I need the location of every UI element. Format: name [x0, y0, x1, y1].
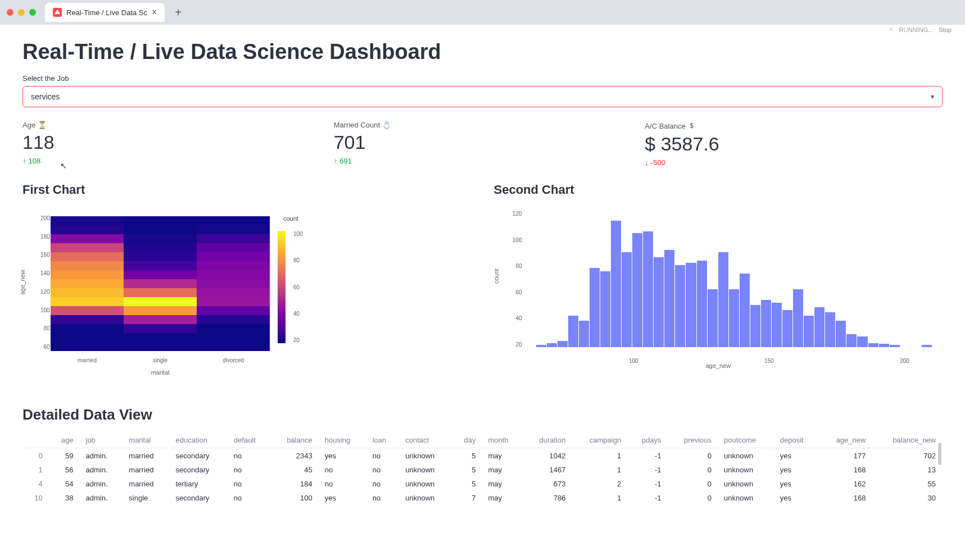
stop-button[interactable]: Stop — [939, 26, 952, 33]
histo-bars — [525, 211, 943, 348]
new-tab-button[interactable]: + — [175, 6, 182, 19]
histo-yticks: 20406080100120 — [511, 211, 522, 348]
heatmap-yticks: 2001801601401201008060 — [40, 215, 50, 350]
select-value: services — [31, 92, 60, 101]
metrics-row: Age ⏳ 118 ↑108 Married Count 💍 701 ↑691 … — [22, 121, 943, 167]
first-chart[interactable]: age_new 2001801601401201008060 count 100… — [22, 211, 472, 379]
select-label: Select the Job — [22, 74, 943, 83]
table-row[interactable]: 156admin.marriedsecondaryno45nonounknown… — [24, 463, 941, 476]
window-min-dot[interactable] — [18, 9, 25, 16]
table-row[interactable]: 1038admin.singlesecondaryno100yesnounkno… — [24, 491, 941, 504]
colorbar-labels: 10080604020 — [293, 231, 303, 343]
arrow-up-icon: ↑ — [334, 157, 338, 165]
histo-ylabel: count — [493, 268, 500, 284]
metric-married-value: 701 — [334, 131, 632, 153]
metric-married-label: Married Count — [334, 121, 380, 129]
hourglass-icon: ⏳ — [38, 121, 47, 129]
metric-balance-label: A/C Balance — [645, 122, 685, 130]
metric-balance-delta: ↓-500 — [645, 158, 943, 167]
metric-age-value: 118 — [22, 131, 320, 153]
table-header-row: agejobmaritaleducationdefaultbalancehous… — [24, 432, 941, 448]
colorbar-title: count — [283, 215, 298, 222]
traffic-lights — [7, 9, 36, 16]
metric-balance: A/C Balance ＄ $ 3587.6 ↓-500 — [645, 121, 943, 167]
arrow-up-icon: ↑ — [22, 157, 26, 165]
cancel-icon: ✕ — [889, 26, 894, 33]
heatmap-ylabel: age_new — [19, 270, 26, 295]
app-status-row: ✕ RUNNING... Stop — [0, 25, 965, 33]
metric-age-delta: ↑108 — [22, 157, 320, 165]
metric-balance-value: $ 3587.6 — [645, 133, 943, 155]
second-chart-title: Second Chart — [494, 183, 943, 197]
table-row[interactable]: 454admin.marriedtertiaryno184nonounknown… — [24, 477, 941, 490]
dollar-icon: ＄ — [688, 121, 695, 131]
table-body: 059admin.marriedsecondaryno2343yesnounkn… — [24, 449, 941, 504]
charts-row: First Chart age_new 20018016014012010080… — [22, 183, 943, 379]
heatmap-xlabel: marital — [51, 369, 270, 376]
svg-marker-0 — [55, 10, 60, 14]
table-row[interactable]: 059admin.marriedsecondaryno2343yesnounkn… — [24, 449, 941, 462]
browser-tab[interactable]: Real-Time / Live Data Sc × — [45, 3, 165, 22]
arrow-down-icon: ↓ — [645, 158, 649, 167]
browser-chrome: Real-Time / Live Data Sc × + — [0, 0, 965, 25]
page-title: Real-Time / Live Data Science Dashboard — [22, 40, 943, 64]
colorbar — [278, 231, 286, 343]
tab-close-icon[interactable]: × — [152, 7, 157, 17]
first-chart-title: First Chart — [22, 183, 472, 197]
window-max-dot[interactable] — [29, 9, 36, 16]
chevron-down-icon: ▾ — [931, 93, 934, 101]
heatmap-xticks: marriedsingledivorced — [51, 357, 270, 363]
table-scrollbar[interactable] — [938, 443, 941, 465]
metric-married: Married Count 💍 701 ↑691 — [334, 121, 632, 167]
histo-xlabel: age_new — [494, 362, 943, 369]
data-table[interactable]: agejobmaritaleducationdefaultbalancehous… — [22, 431, 943, 506]
tab-title: Real-Time / Live Data Sc — [66, 8, 147, 17]
status-running: RUNNING... — [899, 26, 934, 33]
second-chart[interactable]: count 20406080100120 100150200 age_new — [494, 211, 943, 379]
streamlit-favicon — [53, 8, 62, 17]
metric-age-label: Age — [22, 121, 35, 129]
job-select[interactable]: services ▾ — [22, 86, 943, 107]
heatmap-grid — [51, 216, 270, 351]
metric-age: Age ⏳ 118 ↑108 — [22, 121, 320, 167]
window-close-dot[interactable] — [7, 9, 13, 16]
metric-married-delta: ↑691 — [334, 157, 632, 165]
table-title: Detailed Data View — [22, 406, 943, 424]
ring-icon: 💍 — [382, 121, 391, 129]
